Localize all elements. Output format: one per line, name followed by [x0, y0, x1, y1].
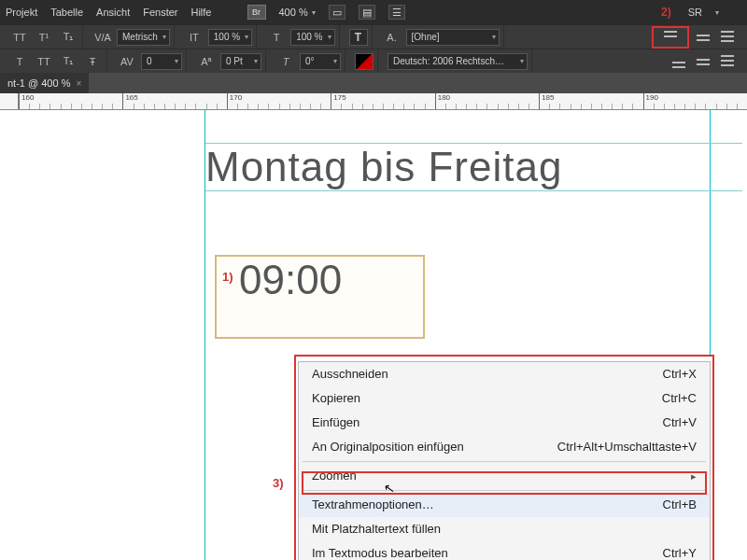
ruler-minor-tick — [383, 104, 384, 109]
context-menu-item[interactable]: KopierenCtrl+C — [299, 386, 710, 411]
ruler-minor-tick — [341, 104, 342, 109]
language-select[interactable]: Deutsch: 2006 Rechtsch… — [388, 53, 528, 70]
ruler-minor-tick — [425, 104, 426, 109]
ruler-minor-tick — [654, 104, 655, 109]
ruler-major-tick: 190 — [643, 93, 658, 109]
context-menu-label: Zoomen — [312, 467, 357, 485]
context-menu-shortcut: Ctrl+Y — [663, 544, 697, 560]
ruler-minor-tick — [716, 104, 717, 109]
vert-scale-select[interactable]: 100 % — [290, 29, 334, 46]
context-menu-separator — [303, 461, 706, 462]
menu-hilfe[interactable]: Hilfe — [190, 7, 211, 18]
valign-top-icon[interactable] — [662, 31, 679, 44]
subscript2-icon[interactable]: T₁ — [58, 52, 78, 71]
ruler-minor-tick — [310, 104, 311, 109]
ruler-minor-tick — [612, 104, 613, 109]
document-tab-bar: nt-1 @ 400 % × — [0, 73, 747, 93]
ruler-minor-tick — [71, 104, 72, 109]
sr-label[interactable]: SR — [688, 7, 702, 18]
ruler-minor-tick — [206, 104, 207, 109]
valign-bot2-icon[interactable] — [693, 52, 713, 71]
context-menu-item[interactable]: Textrahmenoptionen…Ctrl+B — [299, 493, 710, 517]
ruler-major-tick: 170 — [227, 93, 242, 109]
ruler-minor-tick — [352, 104, 353, 109]
ruler-minor-tick — [39, 104, 40, 109]
annotation-2: 2) — [661, 6, 671, 19]
close-icon[interactable]: × — [76, 78, 81, 89]
ruler-minor-tick — [154, 104, 155, 109]
ruler-minor-tick — [664, 104, 665, 109]
ruler-minor-tick — [112, 104, 113, 109]
view-options-icon[interactable]: ▤ — [359, 5, 375, 20]
context-menu: AusschneidenCtrl+XKopierenCtrl+CEinfügen… — [298, 361, 711, 560]
ruler-minor-tick — [591, 104, 592, 109]
context-menu-item[interactable]: Mit Platzhaltertext füllen — [299, 517, 710, 541]
ruler-minor-tick — [456, 104, 457, 109]
menu-fenster[interactable]: Fenster — [143, 7, 177, 18]
context-menu-item[interactable]: Zoomen — [299, 464, 710, 488]
zoom-level-dropdown[interactable]: 400 % ▾ — [279, 7, 316, 18]
superscript-icon[interactable]: T¹ — [34, 28, 54, 47]
time-text: 09:00 — [217, 257, 423, 303]
allcaps2-icon[interactable]: TT — [34, 52, 54, 71]
valign-bot1-icon[interactable] — [669, 52, 689, 71]
context-menu-item[interactable]: An Originalposition einfügenCtrl+Alt+Ums… — [299, 435, 710, 459]
skew-select[interactable]: 0° — [300, 53, 341, 70]
allcaps-icon[interactable]: TT — [9, 28, 30, 47]
context-menu-shortcut: Ctrl+B — [663, 496, 697, 514]
arrange-docs-icon[interactable]: ☰ — [388, 5, 405, 20]
page-area[interactable]: Montag bis Freitag 1) 09:00 3) Ausschnei… — [19, 110, 747, 560]
char-style-select[interactable]: [Ohne] — [406, 29, 500, 46]
ruler-minor-tick — [529, 104, 529, 109]
ruler-minor-tick — [29, 104, 30, 109]
screen-mode-icon[interactable]: ▭ — [329, 5, 345, 20]
ruler-minor-tick — [49, 104, 50, 109]
no-break-icon[interactable] — [355, 53, 374, 70]
tracking-select[interactable]: 0 — [141, 53, 182, 70]
bridge-icon[interactable]: Br — [247, 5, 266, 20]
smallcaps-icon[interactable]: T — [9, 52, 30, 71]
fill-color-icon[interactable]: T — [349, 29, 368, 46]
ruler-minor-tick — [466, 104, 467, 109]
valign-just-icon[interactable] — [717, 28, 738, 47]
context-menu-item[interactable]: Im Textmodus bearbeitenCtrl+Y — [299, 541, 710, 560]
valign-bot3-icon[interactable] — [717, 52, 738, 71]
valign-mid-icon[interactable] — [693, 28, 713, 47]
menu-ansicht[interactable]: Ansicht — [96, 7, 130, 18]
ruler-origin[interactable] — [0, 93, 19, 110]
chevron-down-icon: ▾ — [715, 8, 719, 17]
horizontal-ruler[interactable]: 160165170175180185190195 — [19, 93, 747, 110]
context-menu-item[interactable]: AusschneidenCtrl+X — [299, 362, 710, 386]
kerning-select[interactable]: Metrisch — [117, 29, 170, 46]
subscript-icon[interactable]: T₁ — [58, 28, 78, 47]
ruler-minor-tick — [549, 104, 550, 109]
ruler-minor-tick — [498, 104, 499, 109]
ruler-minor-tick — [185, 104, 186, 109]
menu-projekt[interactable]: Projekt — [6, 7, 37, 18]
context-menu-item[interactable]: EinfügenCtrl+V — [299, 411, 710, 435]
ruler-major-tick: 165 — [122, 93, 137, 109]
ruler-minor-tick — [559, 104, 560, 109]
ruler-minor-tick — [217, 104, 218, 109]
selected-text-frame[interactable]: 1) 09:00 — [215, 255, 425, 339]
strike-icon[interactable]: Ŧ — [82, 52, 103, 71]
ruler-minor-tick — [632, 104, 633, 109]
context-menu-shortcut: Ctrl+Alt+Umschalttaste+V — [557, 438, 697, 456]
context-menu-shortcut: Ctrl+C — [662, 389, 697, 408]
ruler-major-tick: 180 — [435, 93, 450, 109]
horiz-scale-select[interactable]: 100 % — [208, 29, 252, 46]
headline-text-frame[interactable]: Montag bis Freitag — [205, 143, 742, 191]
ruler-minor-tick — [300, 104, 301, 109]
skew-icon: T — [275, 52, 296, 71]
context-menu-label: Ausschneiden — [312, 365, 388, 384]
document-tab[interactable]: nt-1 @ 400 % × — [0, 73, 89, 93]
ruler-minor-tick — [601, 104, 602, 109]
ruler-minor-tick — [737, 104, 738, 109]
ruler-minor-tick — [518, 104, 519, 109]
menu-tabelle[interactable]: Tabelle — [50, 7, 83, 18]
baseline-select[interactable]: 0 Pt — [220, 53, 261, 70]
ruler-minor-tick — [508, 104, 509, 109]
ruler-major-tick: 185 — [539, 93, 554, 109]
horiz-scale-icon: IT — [184, 28, 204, 47]
kerning-icon: V/A — [92, 28, 113, 47]
